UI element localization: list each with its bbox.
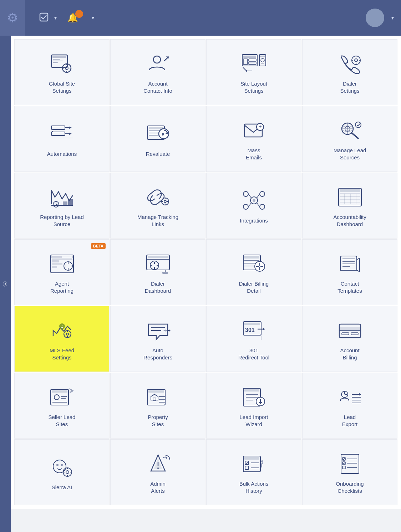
grid-item-automations[interactable]: Automations [14, 106, 110, 172]
dialer-billing-icon [240, 252, 267, 275]
svg-rect-144 [339, 324, 361, 338]
svg-point-26 [246, 70, 247, 72]
grid-item-accountability-dashboard[interactable]: Accountability Dashboard [302, 173, 397, 239]
user-avatar[interactable] [366, 9, 384, 27]
grid-item-label-reporting-by-lead-source: Reporting by Lead Source [40, 214, 84, 227]
svg-point-127 [61, 327, 63, 328]
svg-point-189 [157, 467, 159, 469]
grid-item-account-billing[interactable]: Account Billing [302, 306, 397, 372]
auto-responders-icon [144, 319, 171, 342]
svg-rect-163 [244, 389, 259, 392]
svg-point-151 [54, 395, 59, 400]
contact-templates-icon [336, 252, 363, 275]
account-contact-icon [144, 52, 171, 75]
svg-rect-91 [52, 256, 62, 258]
svg-rect-33 [51, 126, 65, 129]
svg-rect-96 [52, 266, 57, 268]
svg-marker-142 [263, 328, 265, 331]
svg-marker-177 [359, 393, 361, 396]
svg-rect-21 [260, 56, 265, 57]
settings-icon[interactable]: ⚙ [7, 10, 18, 25]
tasks-nav[interactable]: ▾ [39, 12, 57, 24]
dialer-dashboard-icon [144, 252, 171, 275]
reporting-lead-icon [49, 185, 75, 209]
svg-rect-139 [244, 323, 260, 325]
grid-item-mls-feed-settings[interactable]: MLS Feed Settings [14, 306, 110, 372]
bulk-actions-icon [240, 452, 267, 475]
grid-item-dialer-dashboard[interactable]: Dialer Dashboard [110, 239, 205, 305]
grid-item-reporting-by-lead-source[interactable]: Reporting by Lead Source [14, 173, 110, 239]
svg-text:AI: AI [57, 459, 60, 462]
header: ⚙ ▾ 🔔 ▾ ▾ [0, 0, 401, 36]
sierra-ai-icon: AI [49, 456, 75, 479]
svg-rect-41 [149, 127, 163, 129]
grid-item-label-mass-emails: Mass Emails [246, 147, 262, 161]
grid-item-agent-reporting[interactable]: BETA Agent Reporting [14, 239, 110, 305]
svg-point-74 [260, 204, 265, 209]
grid-item-global-site-settings[interactable]: Global Site Settings [14, 39, 110, 105]
grid-item-auto-responders[interactable]: Auto Responders [110, 306, 205, 372]
inbox-nav[interactable]: 🔔 ▾ [67, 13, 94, 23]
svg-rect-34 [51, 132, 65, 135]
grid-item-dialer-settings[interactable]: Dialer Settings [302, 39, 397, 105]
svg-point-183 [66, 471, 69, 474]
svg-point-66 [164, 200, 166, 203]
revaluate-icon: R [144, 122, 171, 145]
grid-item-manage-tracking-links[interactable]: Manage Tracking Links [110, 173, 205, 239]
svg-rect-103 [148, 256, 168, 258]
svg-rect-18 [249, 59, 256, 61]
header-nav: ▾ 🔔 ▾ ▾ [32, 9, 394, 27]
inbox-chevron: ▾ [92, 15, 94, 21]
grid-item-contact-templates[interactable]: Contact Templates [302, 239, 397, 305]
grid-item-property-sites[interactable]: Property Sites [110, 373, 205, 439]
svg-rect-4 [53, 61, 63, 61]
grid-item-sierra-ai[interactable]: AI Sierra AI [14, 439, 110, 505]
grid-item-admin-alerts[interactable]: Admin Alerts [110, 439, 205, 505]
svg-rect-200 [342, 466, 345, 469]
svg-rect-156 [148, 390, 164, 393]
grid-item-manage-lead-sources[interactable]: Manage Lead Sources [302, 106, 397, 172]
tracking-links-icon [144, 185, 171, 209]
grid-item-lead-import-wizard[interactable]: Lead Import Wizard [206, 373, 301, 439]
grid-item-account-contact-info[interactable]: Account Contact Info [110, 39, 205, 105]
svg-rect-16 [243, 56, 256, 58]
grid-item-bulk-actions-history[interactable]: Bulk Actions History [206, 439, 301, 505]
svg-point-73 [243, 204, 248, 209]
grid-item-revaluate[interactable]: R Revaluate [110, 106, 205, 172]
svg-point-71 [243, 191, 248, 196]
svg-line-77 [257, 194, 260, 198]
svg-line-79 [257, 203, 260, 207]
sidebar-text: es [2, 281, 8, 287]
svg-rect-150 [52, 390, 67, 393]
grid-item-label-bulk-actions-history: Bulk Actions History [239, 480, 269, 494]
grid-item-site-layout-settings[interactable]: Site Layout Settings [206, 39, 301, 105]
mls-feed-icon [49, 319, 75, 342]
grid-item-label-dialer-dashboard: Dialer Dashboard [145, 280, 171, 294]
grid-item-onboarding-checklists[interactable]: Onboarding Checklists [302, 439, 397, 505]
grid-item-mass-emails[interactable]: Mass Emails [206, 106, 301, 172]
onboarding-icon [336, 452, 363, 475]
dialer-settings-icon [336, 52, 363, 75]
automations-icon [49, 122, 75, 145]
grid-item-seller-lead-sites[interactable]: Seller Lead Sites [14, 373, 110, 439]
settings-grid: Global Site Settings Account Contact Inf… [11, 36, 401, 509]
grid-item-label-revaluate: Revaluate [146, 150, 170, 158]
svg-rect-17 [243, 59, 248, 65]
integrations-icon [240, 189, 267, 212]
grid-item-dialer-billing-detail[interactable]: Dialer Billing Detail [206, 239, 301, 305]
svg-marker-36 [69, 127, 72, 129]
lead-export-icon [336, 385, 363, 409]
grid-item-label-contact-templates: Contact Templates [337, 280, 362, 294]
svg-point-28 [355, 59, 357, 62]
grid-item-label-account-billing: Account Billing [340, 347, 359, 361]
grid-item-301-redirect-tool[interactable]: 301 301 Redirect Tool [206, 306, 301, 372]
grid-item-label-admin-alerts: Admin Alerts [150, 480, 166, 494]
svg-rect-2 [52, 56, 66, 58]
svg-rect-94 [52, 260, 59, 262]
grid-item-label-dialer-billing-detail: Dialer Billing Detail [239, 280, 269, 294]
site-layout-icon [240, 52, 267, 75]
grid-item-label-accountability-dashboard: Accountability Dashboard [333, 214, 366, 227]
svg-rect-145 [339, 327, 361, 331]
grid-item-integrations[interactable]: Integrations [206, 173, 301, 239]
grid-item-lead-export[interactable]: Lead Export [302, 373, 397, 439]
